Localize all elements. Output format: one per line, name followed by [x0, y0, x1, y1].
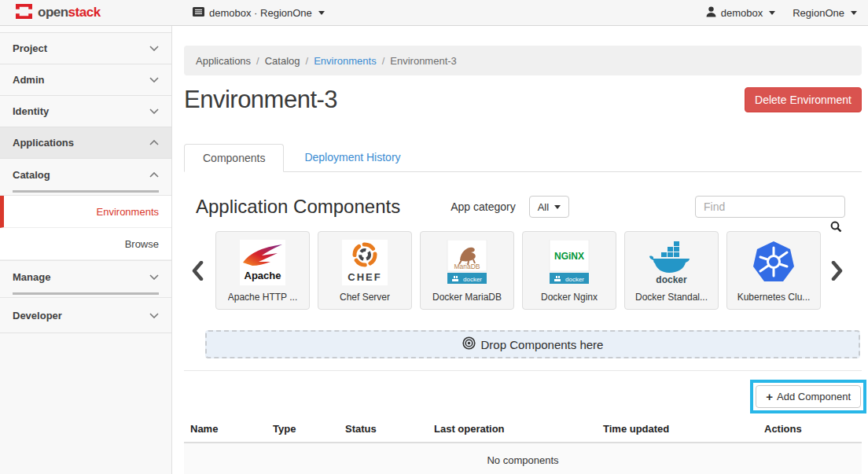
app-category-dropdown[interactable]: All: [529, 196, 569, 218]
app-card-chef[interactable]: CHEF Chef Server: [318, 231, 412, 310]
app-category-label: App category: [451, 200, 516, 213]
app-card-apache[interactable]: Apache Apache HTTP ...: [215, 231, 310, 310]
empty-row: No components: [184, 443, 862, 474]
app-card-label: Docker MariaDB: [432, 292, 502, 303]
breadcrumb-catalog: Catalog: [265, 55, 300, 67]
tab-deployment-history[interactable]: Deployment History: [284, 144, 421, 171]
sidebar-item-label: Manage: [13, 271, 50, 283]
brand-open: open: [38, 5, 68, 20]
caret-down-icon: [769, 11, 775, 15]
nginx-docker-icon: NGiNX docker: [545, 239, 594, 286]
sidebar-item-browse[interactable]: Browse: [0, 228, 171, 260]
sidebar-item-identity[interactable]: Identity: [0, 96, 171, 127]
breadcrumb-separator: /: [382, 55, 385, 67]
column-header-last-operation: Last operation: [428, 416, 597, 443]
brand-stack: stack: [68, 5, 101, 20]
app-card-docker-nginx[interactable]: NGiNX docker Docker Nginx: [522, 231, 616, 310]
find-input[interactable]: [695, 196, 845, 218]
user-icon: [706, 6, 716, 20]
sidebar-item-label: Catalog: [13, 169, 50, 181]
app-card-label: Docker Nginx: [541, 292, 598, 303]
openstack-logo[interactable]: openstack: [0, 3, 172, 23]
add-component-row: + Add Component: [184, 380, 866, 413]
chef-icon: CHEF: [342, 239, 388, 286]
svg-text:Apache: Apache: [245, 270, 281, 281]
caret-down-icon: [554, 205, 561, 209]
sidebar-item-manage[interactable]: Manage: [0, 261, 171, 292]
section-underline: [13, 292, 159, 295]
sidebar-item-label: Admin: [13, 74, 44, 86]
apache-icon: Apache: [240, 239, 285, 286]
chevron-down-icon: [149, 274, 159, 280]
app-card-label: Chef Server: [340, 292, 390, 303]
drop-components-zone[interactable]: Drop Components here: [205, 330, 860, 358]
chevron-up-icon: [149, 172, 159, 178]
sidebar-item-catalog[interactable]: Catalog: [0, 159, 171, 190]
sidebar-item-environments[interactable]: Environments: [0, 196, 171, 228]
sidebar-top-strip: [0, 26, 171, 33]
chevron-down-icon: [149, 313, 159, 318]
sidebar-item-label: Browse: [125, 238, 159, 250]
svg-text:NGiNX: NGiNX: [554, 251, 584, 262]
delete-environment-button[interactable]: Delete Environment: [745, 87, 862, 112]
add-component-label: Add Component: [777, 391, 851, 402]
app-card-docker-mariadb[interactable]: MariaDB docker Docker MariaDB: [420, 231, 514, 310]
page-title: Environment-3: [184, 86, 337, 114]
app-card-docker-standalone[interactable]: docker Docker Standal...: [624, 231, 719, 310]
column-header-name: Name: [184, 416, 267, 443]
kubernetes-icon: [751, 239, 796, 286]
empty-state-text: No components: [184, 443, 862, 474]
region-menu-label: RegionOne: [793, 7, 844, 19]
sidebar-item-label: Project: [13, 42, 47, 54]
breadcrumb-separator: /: [306, 55, 309, 67]
user-menu-label: demobox: [721, 7, 763, 19]
components-heading: Application Components: [196, 196, 400, 218]
caret-down-icon: [318, 11, 325, 15]
sidebar-group-catalog: Catalog: [0, 159, 171, 196]
app-card-kubernetes[interactable]: Kubernetes Clu...: [726, 231, 821, 310]
sidebar-item-label: Environments: [97, 206, 159, 218]
mariadb-docker-icon: MariaDB docker: [443, 239, 491, 286]
chevron-down-icon: [149, 46, 159, 51]
openstack-cube-icon: [15, 3, 33, 23]
carousel-prev-button[interactable]: [192, 261, 204, 281]
project-list-icon: [193, 7, 204, 19]
breadcrumb-applications: Applications: [196, 55, 251, 67]
column-header-actions: Actions: [758, 416, 862, 443]
add-component-button[interactable]: + Add Component: [756, 385, 861, 408]
region-menu[interactable]: RegionOne: [793, 7, 857, 19]
sidebar-item-label: Identity: [13, 105, 49, 117]
section-underline: [13, 190, 159, 193]
search-icon[interactable]: [830, 221, 842, 236]
page-header: Environment-3 Delete Environment: [184, 86, 862, 114]
breadcrumb-environments-link[interactable]: Environments: [314, 55, 376, 67]
dropzone-label: Drop Components here: [481, 338, 604, 351]
app-card-label: Kubernetes Clu...: [737, 292, 811, 303]
components-panel: Application Components App category All: [184, 172, 862, 474]
user-menu[interactable]: demobox: [706, 6, 775, 20]
plus-icon: +: [766, 391, 773, 402]
sidebar-item-project[interactable]: Project: [0, 33, 171, 64]
project-switcher[interactable]: demobox · RegionOne: [193, 7, 325, 19]
brand-text: openstack: [38, 5, 101, 20]
tab-components[interactable]: Components: [184, 144, 284, 172]
tab-bar: Components Deployment History: [184, 144, 862, 172]
chevron-down-icon: [149, 77, 159, 83]
svg-text:docker: docker: [656, 274, 687, 285]
column-header-time-updated: Time updated: [597, 416, 758, 443]
main-content: Applications / Catalog / Environments / …: [172, 26, 868, 474]
app-card-list: Apache Apache HTTP ...: [215, 231, 821, 310]
svg-text:docker: docker: [565, 275, 584, 282]
sidebar-item-developer[interactable]: Developer: [0, 298, 171, 333]
sidebar-item-admin[interactable]: Admin: [0, 64, 171, 96]
topbar-right: demobox RegionOne: [706, 6, 868, 20]
sidebar-item-label: Developer: [13, 310, 62, 322]
carousel-next-button[interactable]: [831, 261, 843, 281]
target-icon: [462, 336, 476, 352]
annotation-highlight: + Add Component: [750, 380, 866, 413]
sidebar-item-applications[interactable]: Applications: [0, 127, 171, 159]
chevron-up-icon: [149, 140, 159, 145]
sidebar: Project Admin Identity Applications Cata…: [0, 26, 172, 474]
top-navbar: openstack demobox · RegionOne: [0, 0, 868, 26]
find-field-wrap: [695, 196, 845, 218]
